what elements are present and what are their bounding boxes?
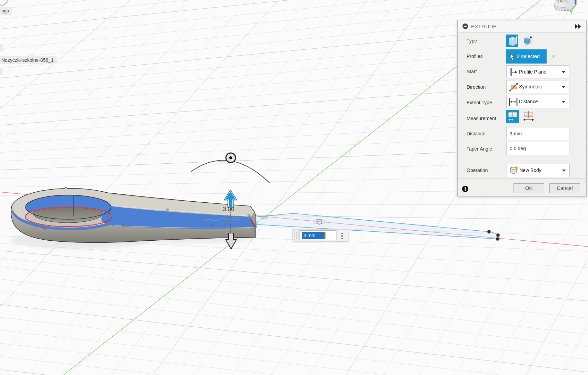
svg-text:3 mm: 3 mm: [303, 233, 316, 238]
svg-text:3.00: 3.00: [223, 206, 234, 212]
svg-text:BACK: BACK: [557, 0, 568, 3]
svg-text:3.00: 3.00: [223, 218, 235, 224]
